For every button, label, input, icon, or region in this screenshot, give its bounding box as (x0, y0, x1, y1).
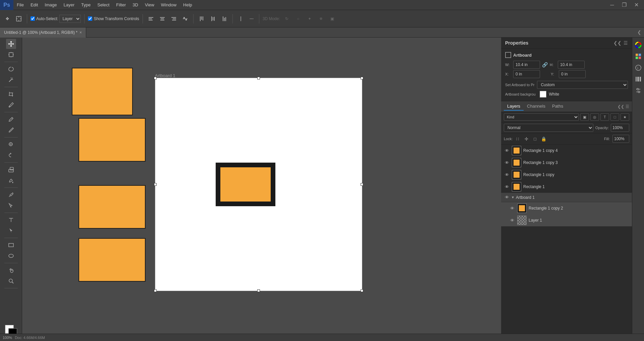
filter-type-button[interactable]: T (600, 113, 609, 121)
pen-tool[interactable] (6, 190, 16, 200)
3d-rotate-button[interactable]: ↻ (282, 14, 291, 23)
menu-select[interactable]: Select (94, 0, 113, 10)
visibility-toggle[interactable]: 👁 (504, 160, 510, 166)
transform-controls-checkbox[interactable] (88, 16, 92, 21)
layers-panel-expand[interactable]: ❮❮ (618, 104, 624, 109)
filter-shape-button[interactable]: □ (610, 113, 619, 121)
menu-image[interactable]: Image (41, 0, 60, 10)
layer-item[interactable]: 👁 Rectangle 1 (501, 181, 632, 193)
artboard-group-label[interactable]: 👁 ▼ Artboard 1 (501, 193, 632, 202)
layer-item[interactable]: 👁 Layer 1 (501, 214, 632, 226)
learn-panel-icon[interactable]: i (634, 63, 643, 72)
eraser-tool[interactable] (6, 165, 16, 175)
bg-color-swatch[interactable] (540, 91, 546, 98)
visibility-toggle[interactable]: 👁 (509, 217, 515, 223)
visibility-toggle[interactable]: 👁 (509, 205, 515, 211)
artboard-visibility-toggle[interactable]: 👁 (504, 194, 510, 201)
hand-tool[interactable] (6, 265, 16, 275)
lasso-tool[interactable] (6, 64, 16, 74)
handle-mid-left[interactable] (154, 183, 157, 186)
align-left-button[interactable] (146, 14, 156, 23)
zoom-level[interactable]: 100% (3, 336, 12, 340)
history-brush-tool[interactable] (6, 150, 16, 160)
clone-stamp-tool[interactable] (6, 139, 16, 150)
menu-layer[interactable]: Layer (60, 0, 78, 10)
channels-tab[interactable]: Channels (524, 102, 549, 111)
fill-input[interactable] (612, 135, 629, 143)
align-bottom-button[interactable] (220, 14, 229, 23)
artboard-preset-select[interactable]: Custom (537, 81, 628, 89)
selected-rectangle[interactable] (216, 163, 275, 206)
layer-item[interactable]: 👁 Rectangle 1 copy (501, 169, 632, 181)
visibility-toggle[interactable]: 👁 (504, 172, 510, 178)
close-button[interactable]: ✕ (631, 0, 641, 10)
brush-tool[interactable] (6, 125, 16, 135)
tab-close-button[interactable]: × (79, 30, 82, 35)
opacity-input[interactable] (611, 124, 629, 132)
artboard[interactable] (155, 78, 362, 291)
healing-brush-tool[interactable] (6, 114, 16, 124)
libraries-panel-icon[interactable] (634, 74, 643, 84)
lock-all-button[interactable]: 🔒 (540, 135, 547, 143)
menu-3d[interactable]: 3D (129, 0, 142, 10)
props-menu[interactable]: ☰ (624, 40, 628, 46)
path-selection-tool[interactable] (6, 201, 16, 211)
lock-artboard-button[interactable]: □ (531, 135, 539, 143)
layers-panel-menu[interactable]: ☰ (626, 104, 629, 109)
height-input[interactable] (558, 61, 585, 69)
type-tool[interactable] (6, 215, 16, 225)
align-center-h-button[interactable] (158, 14, 167, 23)
width-input[interactable] (513, 61, 540, 69)
props-expand-left[interactable]: ❮❮ (613, 40, 622, 46)
menu-view[interactable]: View (142, 0, 158, 10)
filter-adjustment-button[interactable]: ◎ (590, 113, 599, 121)
menu-type[interactable]: Type (78, 0, 94, 10)
link-icon[interactable]: 🔗 (542, 62, 548, 67)
restore-button[interactable]: ❐ (619, 0, 629, 10)
align-right-button[interactable] (169, 14, 178, 23)
3d-slide-button[interactable]: ✵ (316, 14, 326, 23)
filter-pixel-button[interactable]: ▣ (580, 113, 589, 121)
align-top-button[interactable] (197, 14, 206, 23)
eyedropper-tool[interactable] (6, 100, 16, 110)
rectangle-tool[interactable] (6, 240, 16, 250)
paths-tab[interactable]: Paths (549, 102, 567, 111)
distribute-h-button[interactable] (236, 14, 246, 23)
layers-tab[interactable]: Layers (504, 102, 524, 111)
lock-pixels-button[interactable]: ∷ (514, 135, 521, 143)
magic-wand-tool[interactable] (6, 75, 16, 85)
layer-kind-filter[interactable]: Kind (504, 113, 579, 121)
layer-item[interactable]: 👁 Rectangle 1 copy 2 (501, 202, 632, 214)
x-input[interactable] (513, 70, 540, 78)
color-panel-icon[interactable] (634, 40, 643, 50)
handle-bottom-left[interactable] (154, 289, 157, 292)
layer-item[interactable]: 👁 Rectangle 1 copy 4 (501, 145, 632, 157)
paint-bucket-tool[interactable] (6, 175, 16, 185)
crop-tool[interactable] (6, 89, 16, 99)
3d-scale-button[interactable]: ▣ (328, 14, 337, 23)
handle-top-left[interactable] (154, 77, 157, 79)
handle-mid-right[interactable] (361, 183, 363, 186)
handle-top-center[interactable] (257, 77, 260, 79)
artboard-tool-button[interactable] (14, 14, 23, 23)
panel-collapse-button[interactable]: ❮ (637, 30, 641, 35)
menu-edit[interactable]: Edit (27, 0, 41, 10)
layer-item[interactable]: 👁 Rectangle 1 copy 3 (501, 157, 632, 169)
handle-bottom-right[interactable] (361, 289, 363, 292)
visibility-toggle[interactable]: 👁 (504, 148, 510, 154)
adjustments-panel-icon[interactable] (634, 86, 643, 95)
lock-position-button[interactable]: ✢ (523, 135, 530, 143)
artboard-tool[interactable] (6, 50, 16, 60)
menu-file[interactable]: File (13, 0, 27, 10)
handle-bottom-center[interactable] (257, 289, 260, 292)
minimize-button[interactable]: ─ (607, 0, 617, 10)
visibility-toggle[interactable]: 👁 (504, 184, 510, 190)
move-tool-button[interactable]: ✥ (3, 14, 12, 23)
menu-window[interactable]: Window (158, 0, 180, 10)
menu-help[interactable]: Help (180, 0, 196, 10)
zoom-tool[interactable] (6, 276, 16, 286)
move-tool[interactable] (6, 39, 16, 49)
document-tab[interactable]: Untitled-1 @ 100% (Artboard 1, RGB/8) * … (0, 27, 86, 38)
3d-roll-button[interactable]: ○ (293, 14, 303, 23)
filter-smart-button[interactable]: ★ (621, 113, 629, 121)
